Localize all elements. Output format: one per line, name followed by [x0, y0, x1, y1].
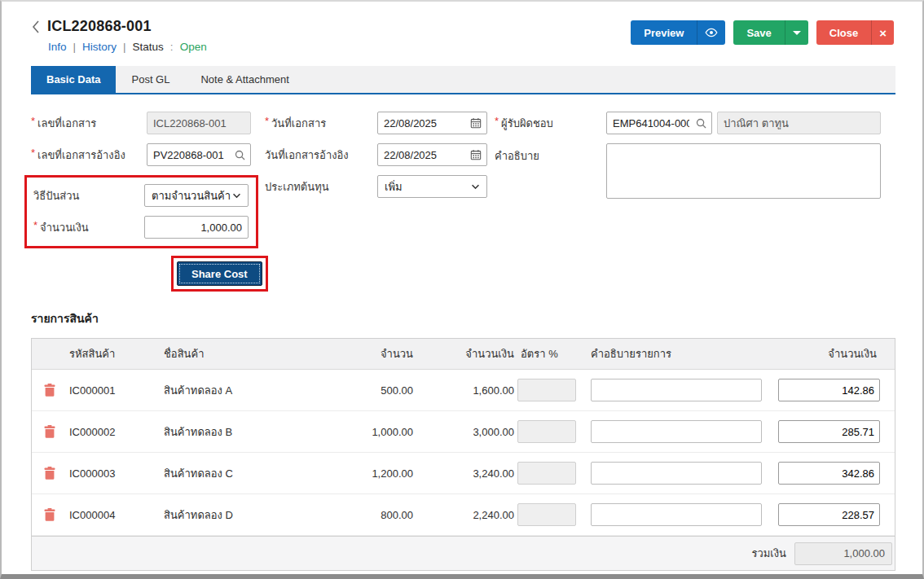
title-block: ICL220868-001 Info | History | Status : …: [31, 18, 207, 53]
calendar-icon[interactable]: [469, 117, 486, 129]
eye-icon[interactable]: [697, 20, 725, 45]
doc-date-field[interactable]: [377, 112, 487, 134]
description-textarea[interactable]: [606, 143, 881, 199]
search-icon[interactable]: [234, 150, 250, 160]
responsible-code-input[interactable]: [607, 117, 695, 129]
item-desc-input[interactable]: [591, 420, 762, 443]
responsible-label: *ผู้รับผิดชอบ: [495, 115, 606, 132]
required-marker: *: [31, 147, 35, 164]
allocation-method-value: ตามจำนวนสินค้า: [152, 187, 231, 204]
item-amount: 3,240.00: [415, 467, 516, 480]
col-header-qty: จำนวน: [356, 345, 415, 362]
tab-bar: Basic Data Post GL Note & Attachment: [31, 66, 895, 94]
delete-row-button[interactable]: [32, 425, 68, 438]
ref-doc-date-input[interactable]: [378, 149, 469, 161]
cost-type-label: ประเภทต้นทุน: [265, 178, 377, 195]
item-name: สินค้าทดลอง B: [162, 423, 356, 441]
required-marker: *: [495, 115, 499, 132]
item-row-4: IC000004 สินค้าทดลอง D 800.00 2,240.00: [32, 494, 895, 536]
save-dropdown-caret-icon[interactable]: [785, 20, 808, 45]
link-separator: |: [73, 41, 77, 53]
item-share-amount-input[interactable]: [778, 379, 880, 401]
description-label: คำอธิบาย: [495, 143, 606, 164]
required-marker: *: [265, 115, 269, 132]
item-amount: 2,240.00: [415, 509, 516, 521]
items-table: รหัสสินค้า ชื่อสินค้า จำนวน จำนวนเงิน อั…: [31, 338, 895, 571]
topbar: ICL220868-001 Info | History | Status : …: [2, 2, 922, 53]
item-desc-input[interactable]: [591, 379, 762, 401]
amount-input[interactable]: [145, 222, 248, 234]
item-code: IC000003: [68, 467, 162, 480]
item-share-amount-input[interactable]: [778, 462, 880, 485]
action-buttons: Preview Save Close ×: [631, 20, 894, 45]
total-amount-input: [794, 542, 892, 565]
doc-no-input: [147, 117, 250, 129]
status-badge: Open: [180, 41, 207, 53]
share-cost-row: Share Cost: [2, 248, 922, 292]
amount-field[interactable]: [144, 216, 249, 239]
calendar-icon[interactable]: [469, 149, 486, 160]
form-column-2: *วันที่เอกสาร วันที่เอกสารอ้างอิง: [265, 112, 495, 207]
item-rate-input: [517, 379, 576, 401]
tab-note-attachment[interactable]: Note & Attachment: [185, 66, 304, 93]
item-desc-input[interactable]: [591, 503, 762, 526]
close-x-icon[interactable]: ×: [871, 20, 894, 45]
preview-button[interactable]: Preview: [631, 20, 725, 45]
app-window: ICL220868-001 Info | History | Status : …: [0, 0, 924, 579]
save-button[interactable]: Save: [733, 20, 807, 45]
tab-basic-data[interactable]: Basic Data: [31, 66, 116, 93]
responsible-name-field: [717, 112, 881, 134]
amount-label: *จำนวนเงิน: [31, 219, 144, 236]
allocation-method-select[interactable]: ตามจำนวนสินค้า: [144, 184, 249, 207]
responsible-code-field[interactable]: [606, 112, 712, 134]
required-marker: *: [31, 115, 35, 132]
tab-post-gl[interactable]: Post GL: [116, 66, 185, 93]
item-share-amount-input[interactable]: [778, 503, 880, 526]
item-row-1: IC000001 สินค้าทดลอง A 500.00 1,600.00: [32, 370, 895, 411]
item-row-3: IC000003 สินค้าทดลอง C 1,200.00 3,240.00: [32, 453, 895, 494]
search-icon[interactable]: [695, 118, 711, 129]
close-button[interactable]: Close ×: [816, 20, 894, 45]
save-button-label[interactable]: Save: [733, 20, 784, 45]
item-qty: 800.00: [356, 509, 415, 521]
item-share-amount-input[interactable]: [778, 420, 880, 443]
delete-row-button[interactable]: [32, 467, 68, 480]
back-chevron-icon[interactable]: [31, 20, 41, 34]
delete-row-button[interactable]: [32, 508, 68, 521]
doc-no-field: [147, 112, 251, 134]
chevron-down-icon: [471, 184, 480, 190]
share-cost-button[interactable]: Share Cost: [177, 261, 262, 286]
chevron-down-icon: [232, 193, 241, 199]
item-desc-input[interactable]: [591, 462, 762, 485]
item-rate-input: [517, 503, 576, 526]
responsible-name-input: [718, 117, 880, 129]
item-rate-input: [517, 420, 576, 443]
doc-date-input[interactable]: [378, 117, 469, 129]
item-qty: 500.00: [356, 384, 415, 397]
total-label: รวมเงิน: [751, 545, 786, 562]
history-link[interactable]: History: [82, 41, 117, 53]
ref-doc-no-input[interactable]: [147, 149, 234, 161]
col-header-share-amount: จำนวนเงิน: [770, 345, 878, 362]
info-link[interactable]: Info: [48, 41, 67, 53]
item-row-2: IC000002 สินค้าทดลอง B 1,000.00 3,000.00: [32, 411, 895, 453]
required-marker: *: [33, 219, 37, 236]
ref-doc-date-field[interactable]: [377, 143, 487, 166]
items-table-header: รหัสสินค้า ชื่อสินค้า จำนวน จำนวนเงิน อั…: [32, 339, 895, 370]
highlight-box-share-cost: Share Cost: [171, 256, 268, 292]
cost-type-select[interactable]: เพิ่ม: [377, 175, 487, 198]
ref-doc-no-field[interactable]: [147, 143, 251, 166]
items-section-title: รายการสินค้า: [31, 309, 893, 327]
link-separator: |: [123, 41, 126, 53]
preview-button-label[interactable]: Preview: [631, 20, 697, 45]
doc-date-label: *วันที่เอกสาร: [265, 115, 377, 132]
item-name: สินค้าทดลอง D: [162, 507, 356, 524]
status-label: Status: [133, 41, 164, 53]
col-header-code: รหัสสินค้า: [68, 345, 162, 362]
form-column-1: *เลขที่เอกสาร *เลขที่เอกสารอ้างอิง วิธีป…: [31, 112, 265, 248]
close-button-label[interactable]: Close: [816, 20, 871, 45]
item-qty: 1,000.00: [356, 426, 415, 438]
item-code: IC000001: [68, 384, 162, 397]
delete-row-button[interactable]: [32, 384, 68, 397]
page-title: ICL220868-001: [47, 18, 152, 35]
